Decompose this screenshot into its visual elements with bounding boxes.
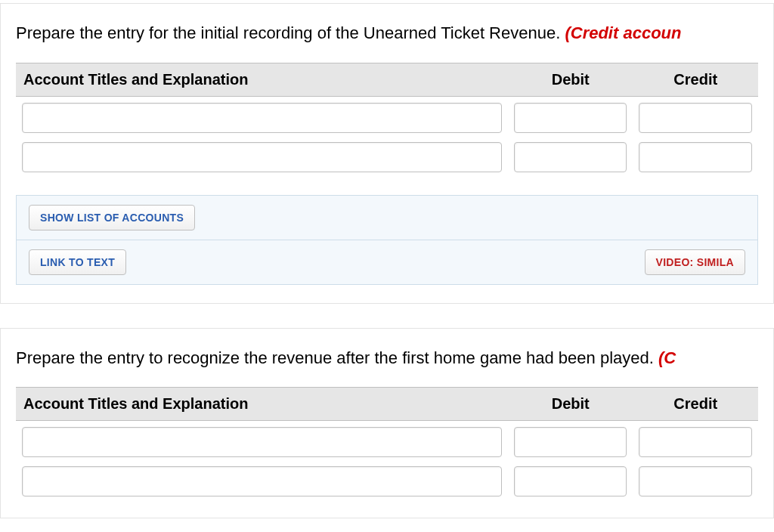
table-row (16, 96, 758, 136)
table-row (16, 136, 758, 175)
account-input[interactable] (22, 427, 502, 457)
account-input[interactable] (22, 142, 502, 172)
table-row (16, 421, 758, 461)
credit-input[interactable] (639, 142, 752, 172)
th-debit: Debit (508, 63, 633, 96)
video-similar-button[interactable]: VIDEO: SIMILA (645, 249, 745, 275)
account-input[interactable] (22, 103, 502, 133)
account-input[interactable] (22, 466, 502, 496)
th-credit: Credit (633, 388, 758, 421)
link-to-text-button[interactable]: LINK TO TEXT (29, 249, 126, 275)
credit-input[interactable] (639, 466, 752, 496)
show-list-accounts-button[interactable]: SHOW LIST OF ACCOUNTS (29, 205, 195, 230)
credit-input[interactable] (639, 103, 752, 133)
help-box: SHOW LIST OF ACCOUNTS LINK TO TEXT VIDEO… (16, 195, 758, 285)
prompt-2: Prepare the entry to recognize the reven… (16, 347, 758, 370)
journal-entry-table-2: Account Titles and Explanation Debit Cre… (16, 387, 758, 500)
prompt-1-text: Prepare the entry for the initial record… (16, 23, 565, 42)
credit-input[interactable] (639, 427, 752, 457)
debit-input[interactable] (514, 142, 627, 172)
journal-entry-table-1: Account Titles and Explanation Debit Cre… (16, 63, 758, 175)
prompt-1: Prepare the entry for the initial record… (16, 22, 758, 45)
journal-entry-section-1: Prepare the entry for the initial record… (0, 3, 774, 304)
th-credit: Credit (633, 63, 758, 96)
th-account: Account Titles and Explanation (16, 63, 508, 96)
table-row (16, 460, 758, 500)
debit-input[interactable] (514, 466, 627, 496)
prompt-2-hint: (C (658, 348, 676, 367)
th-debit: Debit (508, 388, 633, 421)
th-account: Account Titles and Explanation (16, 388, 508, 421)
debit-input[interactable] (514, 103, 627, 133)
prompt-1-hint: (Credit accoun (565, 23, 681, 42)
journal-entry-section-2: Prepare the entry to recognize the reven… (0, 328, 774, 519)
prompt-2-text: Prepare the entry to recognize the reven… (16, 348, 658, 367)
debit-input[interactable] (514, 427, 627, 457)
